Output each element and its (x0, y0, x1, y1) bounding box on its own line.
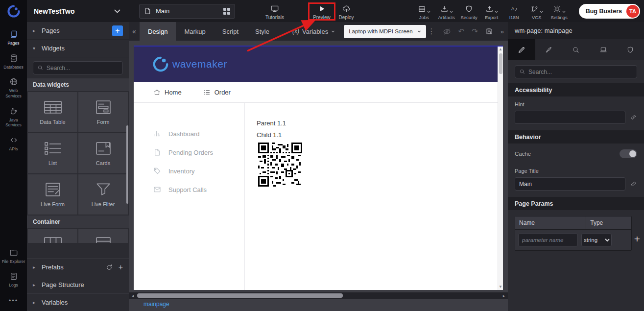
sidebar-item-databases[interactable]: Databases (0, 50, 27, 74)
menu-item-dashboard[interactable]: Dashboard (134, 124, 244, 143)
page-params-section-header[interactable]: Page Params (508, 197, 644, 210)
pages-icon (9, 30, 18, 39)
tab-script[interactable]: Script (214, 22, 247, 41)
menu-item-support-calls[interactable]: Support Calls (134, 180, 244, 199)
security-button[interactable]: Security (459, 5, 479, 20)
add-prefab-button[interactable]: + (119, 263, 123, 272)
param-type-select[interactable]: string (581, 234, 612, 246)
canvas-page-body: Dashboard Pending Orders Inventory Suppo… (134, 103, 503, 290)
brand-logo[interactable]: wavemaker (152, 56, 227, 72)
preview-eye-off-icon[interactable] (443, 27, 451, 36)
nav-home[interactable]: Home (153, 89, 182, 96)
deploy-button[interactable]: Deploy (335, 4, 358, 20)
bind-icon[interactable] (630, 180, 637, 188)
sidebar-item-apis[interactable]: APIs (0, 132, 27, 156)
device-selector[interactable]: Laptop with MDPI Screen (344, 25, 426, 38)
scroll-down-icon[interactable]: ▼ (499, 284, 502, 290)
export-button[interactable]: Export (482, 5, 501, 20)
horizontal-scroll-thumb[interactable] (137, 293, 343, 298)
sidebar-item-pages[interactable]: Pages (0, 26, 27, 50)
sidebar-item-file-explorer[interactable]: File Explorer (0, 244, 27, 268)
menu-item-pending-orders[interactable]: Pending Orders (134, 143, 244, 162)
tutorials-button[interactable]: Tutorials (262, 4, 287, 20)
cache-toggle[interactable] (620, 149, 637, 158)
left-panel-scrollbar[interactable] (126, 125, 128, 204)
vcs-button[interactable]: VCS (527, 5, 547, 20)
widget-list[interactable]: List (28, 133, 77, 173)
team-button[interactable]: Bug Busters TA (579, 4, 640, 19)
tab-style[interactable]: Style (247, 22, 278, 41)
tab-device[interactable] (590, 39, 617, 60)
variables-dropdown[interactable]: (x) Variables (292, 28, 335, 35)
properties-search-input[interactable] (528, 69, 633, 75)
child-label-widget[interactable]: Child 1.1 (257, 131, 503, 139)
vertical-scroll-thumb[interactable] (499, 53, 502, 74)
expand-right-panel-icon[interactable]: » (501, 28, 504, 35)
menu-item-inventory[interactable]: Inventory (134, 162, 244, 180)
widget-live-form[interactable]: Live Form (28, 174, 77, 215)
widgets-section-header[interactable]: ▾ Widgets (27, 40, 129, 57)
widget-data-table[interactable]: Data Table (28, 92, 77, 132)
widget-live-filter[interactable]: Live Filter (78, 174, 128, 215)
jobs-button[interactable]: Jobs (414, 5, 434, 20)
canvas-horizontal-scrollbar[interactable]: ◂ ▸ (129, 292, 508, 299)
i18n-button[interactable]: A I18N (504, 5, 524, 20)
list-icon (43, 141, 63, 156)
tab-markup[interactable]: Markup (176, 22, 214, 41)
save-icon[interactable] (485, 27, 493, 35)
add-page-button[interactable]: + (112, 25, 123, 36)
tab-styles[interactable] (535, 39, 563, 60)
canvas-vertical-scrollbar[interactable]: ▲ ▼ (498, 47, 503, 290)
app-logo[interactable] (0, 0, 27, 22)
more-vertical-icon[interactable]: ⋮ (428, 27, 435, 36)
tab-design[interactable]: Design (140, 22, 176, 41)
redo-icon[interactable]: ↷ (472, 27, 478, 36)
artifacts-button[interactable]: Artifacts (437, 5, 456, 20)
parent-label-widget[interactable]: Parent 1.1 (257, 120, 503, 127)
behavior-section-header[interactable]: Behavior (508, 130, 644, 144)
tag-icon (153, 167, 161, 175)
widget-container-partial[interactable] (28, 229, 77, 243)
tab-search[interactable] (562, 39, 590, 60)
project-switcher[interactable]: NewTestTwo (27, 7, 127, 15)
refresh-icon[interactable] (106, 264, 113, 271)
add-param-button[interactable]: + (633, 216, 642, 244)
canvas-page-header-widget[interactable]: wavemaker (134, 47, 503, 82)
accessibility-section-header[interactable]: Accessibility (508, 83, 644, 96)
tab-properties[interactable] (508, 39, 535, 60)
page-title-label: Page Title (515, 168, 637, 174)
widget-form[interactable]: Form (78, 92, 128, 132)
qr-code-image[interactable] (257, 143, 503, 187)
widget-cards[interactable]: Cards (78, 133, 128, 173)
collapse-left-panel-icon[interactable]: « (129, 27, 140, 35)
bind-icon[interactable] (630, 114, 637, 121)
scroll-up-icon[interactable]: ▲ (499, 47, 502, 52)
column-header-name: Name (515, 216, 586, 229)
widget-search-input[interactable] (47, 65, 119, 72)
page-selector[interactable]: Main (139, 4, 235, 19)
sidebar-item-logs[interactable]: Logs (0, 268, 27, 292)
avatar[interactable]: TA (626, 5, 639, 18)
page-structure-section-header[interactable]: ▸ Page Structure (27, 276, 129, 293)
variables-section-header[interactable]: ▸ Variables (27, 293, 129, 311)
active-page-link[interactable]: mainpage (143, 301, 169, 308)
widget-container-partial[interactable] (78, 229, 128, 243)
sidebar-item-java-services[interactable]: Java Services (0, 103, 27, 132)
pages-section-header[interactable]: ▸ Pages + (27, 22, 129, 40)
nav-order[interactable]: Order (203, 89, 231, 96)
design-canvas[interactable]: wavemaker Home Order Dashboard (134, 46, 503, 290)
apis-icon (9, 136, 18, 144)
scroll-left-icon[interactable]: ◂ (130, 293, 135, 298)
param-name-input[interactable] (518, 234, 578, 246)
prefabs-section-header[interactable]: ▸ Prefabs + (27, 258, 129, 276)
page-title-input[interactable] (515, 177, 625, 191)
more-options-button[interactable]: ••• (0, 292, 27, 311)
settings-button[interactable]: Settings (549, 5, 569, 20)
preview-button[interactable]: Preview (310, 4, 333, 20)
tab-security[interactable] (617, 39, 644, 60)
scroll-right-icon[interactable]: ▸ (501, 293, 506, 298)
sidebar-item-web-services[interactable]: Web Services (0, 73, 27, 102)
vcs-label: VCS (532, 15, 542, 20)
hint-input[interactable] (515, 111, 625, 124)
undo-icon[interactable]: ↶ (458, 27, 465, 36)
